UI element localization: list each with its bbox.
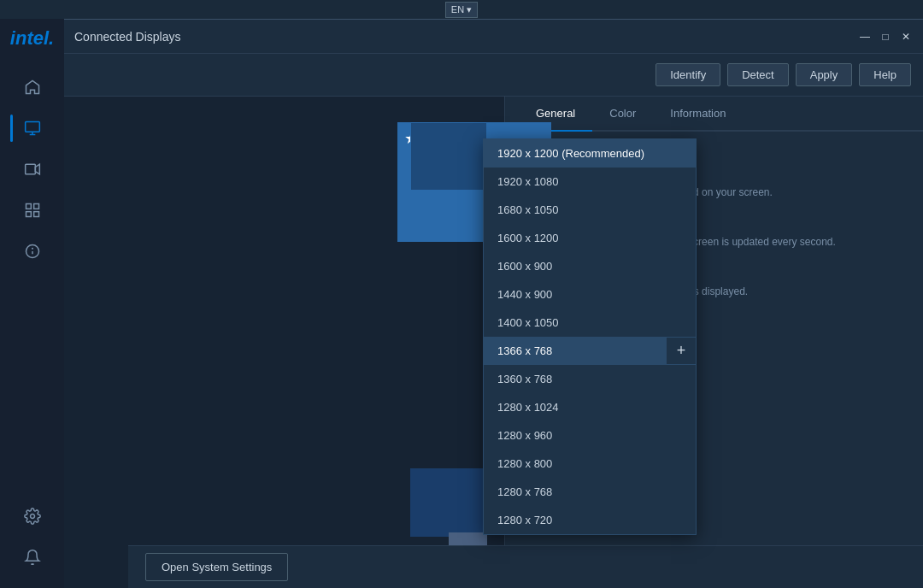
display-rect-1 — [410, 122, 487, 191]
titlebar: Connected Displays — □ ✕ — [64, 20, 923, 54]
sidebar-item-home[interactable] — [14, 70, 51, 104]
lang-arrow: ▾ — [467, 4, 472, 15]
dropdown-item-1600x1200[interactable]: 1600 x 1200 — [484, 224, 696, 252]
help-button[interactable]: Help — [859, 63, 911, 86]
sidebar-item-display[interactable] — [14, 111, 51, 145]
dropdown-item-1280x800[interactable]: 1280 x 800 — [484, 450, 696, 478]
display-icon — [24, 120, 41, 137]
maximize-button[interactable]: □ — [879, 30, 892, 44]
sidebar-item-video[interactable] — [14, 152, 51, 186]
dropdown-item-1280x960[interactable]: 1280 x 960 — [484, 421, 696, 450]
dropdown-item-1366x768[interactable]: 1366 x 768 — [484, 337, 696, 365]
grid-icon — [24, 202, 41, 219]
window-title: Connected Displays — [74, 30, 181, 44]
toolbar: Identify Detect Apply Help — [64, 54, 923, 97]
svg-rect-5 — [26, 204, 31, 209]
dropdown-item-1360x768[interactable]: 1360 x 768 — [484, 365, 696, 393]
identify-button[interactable]: Identify — [656, 63, 720, 86]
dropdown-item-1280x768[interactable]: 1280 x 768 — [484, 478, 696, 506]
sidebar-item-info[interactable] — [14, 234, 51, 268]
sidebar-bottom — [14, 499, 51, 574]
dropdown-item-1400x1050[interactable]: 1400 x 1050 — [484, 309, 696, 337]
detect-button[interactable]: Detect — [727, 63, 789, 86]
language-selector[interactable]: EN ▾ — [445, 2, 478, 18]
info-icon — [24, 243, 41, 260]
add-display-button[interactable]: + — [666, 337, 697, 365]
sidebar: intel. — [0, 19, 64, 588]
svg-rect-0 — [25, 122, 39, 132]
taskbar: EN ▾ — [0, 0, 923, 19]
sidebar-item-settings[interactable] — [14, 499, 51, 533]
tab-information[interactable]: Information — [653, 97, 743, 132]
apply-button[interactable]: Apply — [796, 63, 853, 86]
svg-rect-3 — [25, 164, 35, 174]
tab-bar: General Color Information — [505, 97, 923, 132]
tab-color[interactable]: Color — [592, 97, 653, 132]
svg-rect-6 — [33, 204, 38, 209]
display-canvas: ★ — [64, 97, 504, 588]
dropdown-item-1680x1050[interactable]: 1680 x 1050 — [484, 196, 696, 224]
window-controls: — □ ✕ — [858, 30, 913, 44]
intel-logo: intel. — [10, 27, 54, 50]
sidebar-item-grid[interactable] — [14, 193, 51, 227]
resolution-dropdown[interactable]: 1920 x 1200 (Recommended) 1920 x 1080 16… — [483, 138, 697, 535]
minimize-button[interactable]: — — [858, 30, 872, 44]
lang-code: EN — [451, 4, 464, 15]
bell-icon — [24, 549, 41, 566]
dropdown-item-1440x900[interactable]: 1440 x 900 — [484, 280, 696, 309]
svg-rect-8 — [33, 212, 38, 217]
open-system-settings-button[interactable]: Open System Settings — [145, 553, 288, 581]
dropdown-item-1280x720[interactable]: 1280 x 720 — [484, 506, 696, 534]
dropdown-item-1920x1080[interactable]: 1920 x 1080 — [484, 168, 696, 196]
video-icon — [24, 161, 41, 178]
dropdown-item-1600x900[interactable]: 1600 x 900 — [484, 252, 696, 280]
home-icon — [24, 79, 41, 96]
display-rect-2 — [410, 468, 487, 537]
svg-rect-7 — [26, 212, 31, 217]
svg-point-12 — [30, 514, 34, 519]
settings-icon — [24, 508, 41, 525]
dropdown-item-1280x1024[interactable]: 1280 x 1024 — [484, 393, 696, 421]
dropdown-item-1920x1200[interactable]: 1920 x 1200 (Recommended) — [484, 139, 696, 168]
sidebar-item-notification[interactable] — [14, 540, 51, 574]
bottom-bar: Open System Settings — [128, 545, 923, 588]
close-button[interactable]: ✕ — [899, 30, 913, 44]
